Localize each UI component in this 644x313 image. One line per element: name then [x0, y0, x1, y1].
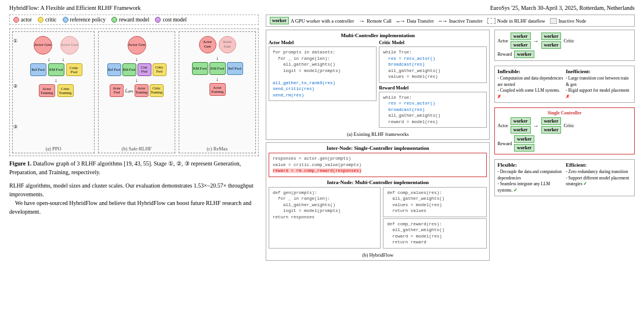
- actor-model-title: Actor Model: [269, 40, 377, 45]
- right-legend: worker A GPU worker with a controller → …: [266, 15, 635, 27]
- header-right: EuroSys '25, March 30-April 3, 2025, Rot…: [490, 5, 635, 11]
- worker-badge: worker: [270, 17, 289, 24]
- flexible-title: Flexible:: [497, 162, 563, 168]
- remax-rm-fwd2: RM Fwd: [209, 62, 226, 75]
- flexible-box: Flexible: - Decouple the data and comput…: [494, 159, 635, 196]
- actor-label-existing: Actor: [497, 38, 508, 44]
- srlhf-critic-fwd: Critic Fwd: [153, 63, 167, 76]
- existing-title: Multi-Controller implementation: [269, 33, 487, 38]
- safe-rlhf-label: (b) Safe-RLHF: [99, 146, 175, 152]
- efficient-title: Efficient:: [566, 162, 632, 168]
- inactive-node-icon: [550, 18, 557, 24]
- hf-worker-6: worker: [514, 144, 534, 152]
- srlhf-cost-fwd: Cost Fwd: [138, 63, 151, 76]
- hf-worker-4: worker: [541, 126, 562, 134]
- remax-block: Actor Gen Actor Gen ↓ RM Fwd RM Fwd Ref …: [179, 31, 256, 153]
- hf-worker-1: worker: [511, 117, 531, 125]
- worker-desc: A GPU worker with a controller: [291, 18, 354, 24]
- legend-reward-label: reward model: [119, 17, 150, 23]
- actor-label-hf: Actor: [497, 123, 508, 128]
- left-panel: actor critic reference policy reward mod…: [9, 15, 259, 308]
- existing-label: (a) Existing RLHF frameworks: [269, 131, 487, 137]
- critic-model-code: while True: res = recv_actor() broadcast…: [379, 46, 487, 83]
- legend-critic: critic: [38, 17, 57, 23]
- worker-legend: worker A GPU worker with a controller: [270, 17, 354, 24]
- legend-refpol: reference policy: [63, 17, 106, 23]
- inactive-node-legend: Inactive Node: [550, 18, 587, 24]
- body-text: RLHF algorithms, model sizes and cluster…: [9, 181, 259, 216]
- arrow-solid-icon: →: [359, 17, 365, 24]
- comp-reward-code: def comp_reward(res): all_gather_weights…: [383, 218, 487, 249]
- rlhf-node-legend: Node in RLHF dataflow: [487, 18, 545, 24]
- reward-label-hf: Reward: [497, 141, 512, 146]
- intra-title: Intra-Node: Multi-Controller implementat…: [269, 179, 487, 185]
- legend-cost-label: cost model: [162, 17, 186, 23]
- dotted-arrow-icon: ···→: [439, 17, 447, 24]
- inactive-node-label: Inactive Node: [559, 18, 587, 24]
- srlhf-ref-fwd: Ref Fwd: [107, 63, 121, 76]
- inter-title: Inter-Node: Single-Controller implementa…: [269, 145, 487, 151]
- legend-actor: actor: [13, 17, 32, 23]
- cost-circle: [155, 17, 161, 23]
- ppo-actor-gen2: Actor Gen: [60, 36, 79, 55]
- remote-call-label: Remote Call: [367, 18, 392, 24]
- hf-worker-5: worker: [514, 135, 534, 143]
- gen-code: def gen(prompts): for _ in range(len): a…: [269, 187, 381, 249]
- remax-label: (c) ReMax: [179, 146, 255, 152]
- ppo-critic-fwd: Critic Fwd: [66, 63, 82, 76]
- ppo-label: (a) PPO: [13, 146, 94, 152]
- legend-actor-label: actor: [21, 17, 32, 23]
- inflexible-box: Inflexible: - Computation and data depen…: [494, 66, 635, 103]
- remax-actor-gen2: Actor Gen: [219, 36, 236, 53]
- algorithm-diagram: ① ② ③ Actor Gen Actor Gen ↓ ↓: [9, 28, 259, 156]
- worker-box-2: worker: [511, 41, 531, 49]
- reward-model-title: Reward Model: [379, 85, 487, 91]
- inefficient-items: - Large transition cost between train & …: [566, 75, 632, 100]
- critic-label-existing: Critic: [563, 38, 574, 44]
- ppo-block: Actor Gen Actor Gen ↓ ↓ Ref Fwd RM Fwd C…: [12, 31, 95, 153]
- inflexible-title: Inflexible:: [497, 69, 563, 74]
- legend-critic-label: critic: [45, 17, 57, 23]
- ppo-actor-train: Actor Training: [39, 84, 55, 97]
- single-controller-label: Single Controller: [497, 110, 632, 116]
- srlhf-actor-train: Actor Training: [135, 84, 149, 97]
- critic-model-title: Critic Model: [379, 40, 487, 45]
- frameworks-col: Multi-Controller implementation Actor Mo…: [266, 30, 490, 261]
- worker-box-3: worker: [541, 33, 562, 40]
- ppo-critic-train: Critic Training: [57, 84, 74, 97]
- reward-label-existing: Reward: [497, 52, 512, 57]
- legend-refpol-label: reference policy: [70, 17, 106, 23]
- safe-rlhf-block: Actor Gen ↓ Ref Fwd RM Fwd Cost Fwd Crit…: [98, 31, 175, 153]
- ppo-ref-fwd: Ref Fwd: [30, 63, 46, 76]
- existing-model-diagram: Actor worker worker → worker worker: [494, 30, 635, 61]
- reward-circle: [111, 17, 117, 23]
- reward-model-code: while True: res = recv_actor() broadcast…: [379, 92, 487, 128]
- srlhf-rm-fwd: RM Fwd: [122, 63, 136, 76]
- remax-actor-gen1: Actor Gen: [199, 36, 216, 53]
- existing-section: Multi-Controller implementation Actor Mo…: [266, 30, 490, 140]
- figure-caption: Figure 1. Dataflow graph of 3 RLHF algor…: [9, 160, 259, 177]
- refpol-circle: [63, 17, 68, 23]
- right-panel: worker A GPU worker with a controller → …: [266, 15, 635, 308]
- remax-actor-train: Actor Training: [209, 83, 226, 96]
- legend-reward: reward model: [111, 17, 150, 23]
- ppo-actor-gen: Actor Gen: [34, 36, 52, 55]
- hybridflow-section: Inter-Node: Single-Controller implementa…: [266, 142, 490, 261]
- critic-label-hf: Critic: [563, 123, 574, 128]
- srlhf-critic-train: Critic Training: [150, 84, 164, 97]
- header-left: HybridFlow: A Flexible and Efficient RLH…: [9, 5, 140, 11]
- remax-rm-fwd1: RM Fwd: [192, 62, 208, 75]
- inactive-transfer-legend: ···→ Inactive Transfer: [439, 17, 483, 24]
- flexible-items: - Decouple the data and computation depe…: [497, 169, 563, 193]
- hf-worker-2: worker: [511, 126, 531, 134]
- legend-cost: cost model: [155, 17, 186, 23]
- ppo-rm-fwd: RM Fwd: [48, 63, 64, 76]
- data-transfer-legend: --→ Data Transfer: [396, 17, 434, 24]
- inflexible-items: - Computation and data dependencies are …: [497, 75, 563, 100]
- hf-worker-3: worker: [541, 117, 562, 125]
- hybridflow-label: (b) HybridFlow: [269, 252, 487, 258]
- srlhf-actor-fwd: Actor Fwd: [110, 84, 124, 97]
- inter-code: responses = actor.gen(prompts) value = c…: [269, 153, 487, 177]
- worker-box-1: worker: [511, 33, 531, 40]
- actor-circle: [13, 17, 19, 23]
